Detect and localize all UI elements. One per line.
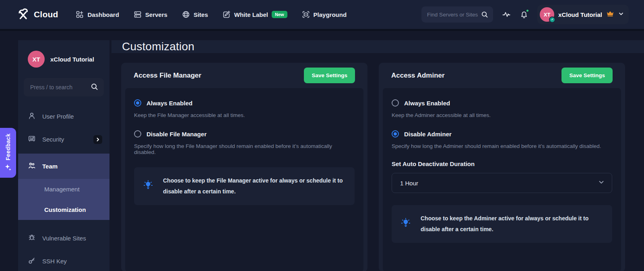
- servers-icon: [134, 10, 142, 18]
- user-avatar: XT ✓: [540, 7, 554, 22]
- radio-label: Always Enabled: [404, 100, 450, 107]
- sidebar-item-customization[interactable]: Customization: [18, 199, 109, 220]
- nav-item-label: Sites: [194, 11, 208, 18]
- sidebar-item-management[interactable]: Management: [18, 179, 109, 199]
- notification-dot: [526, 9, 529, 12]
- team-icon: [28, 162, 36, 171]
- radio-label: Always Enabled: [147, 100, 192, 107]
- sidebar-search[interactable]: [24, 78, 104, 96]
- radio-disable-adminer[interactable]: Disable Adminer: [392, 130, 612, 138]
- cards-row: Access File Manager Save Settings Always…: [111, 53, 644, 271]
- access-adminer-card: Access Adminer Save Settings Always Enab…: [379, 63, 625, 271]
- sidebar-item-team[interactable]: Team: [18, 154, 109, 179]
- nav-item-label: Dashboard: [87, 11, 119, 18]
- nav-item-white-label[interactable]: White Label New: [223, 10, 287, 18]
- user-menu[interactable]: XT ✓ xCloud Tutorial: [537, 5, 629, 24]
- avatar-initials: XT: [544, 12, 551, 18]
- activity-pulse-icon[interactable]: [502, 10, 511, 19]
- radio-always-enabled[interactable]: Always Enabled: [134, 99, 355, 107]
- nav-item-label: White Label: [234, 11, 268, 18]
- chevron-down-icon: [618, 11, 624, 18]
- sparkle-icon: [4, 164, 12, 172]
- team-submenu: Management Customization: [18, 179, 109, 220]
- sidebar-item-label: Security: [42, 136, 87, 143]
- option-description: Keep the File Manager accessible at all …: [134, 112, 355, 118]
- top-navbar: Cloud Dashboard Servers: [0, 0, 644, 29]
- global-search[interactable]: [421, 6, 493, 23]
- duration-selected-value: 1 Hour: [400, 180, 418, 187]
- access-file-manager-card: Access File Manager Save Settings Always…: [121, 63, 367, 271]
- page-body: XT xCloud Tutorial User Profile: [0, 40, 644, 271]
- nav-item-sites[interactable]: Sites: [182, 10, 208, 18]
- page-title: Customization: [122, 40, 194, 53]
- main-content: Customization Access File Manager Save S…: [111, 40, 644, 271]
- nav-item-label: Servers: [145, 11, 167, 18]
- playground-icon: [302, 10, 310, 18]
- bug-icon: [28, 234, 36, 243]
- sidebar-item-label: Vulnerable Sites: [42, 235, 102, 242]
- new-badge: New: [272, 11, 287, 18]
- sidebar-item-label: Team: [42, 163, 102, 170]
- sidebar-item-label: User Profile: [42, 113, 102, 120]
- option-description: Keep the Adminer accessible at all times…: [392, 112, 612, 118]
- search-icon[interactable]: [91, 83, 98, 92]
- radio-icon[interactable]: [392, 99, 399, 107]
- radio-always-enabled[interactable]: Always Enabled: [392, 99, 612, 107]
- white-label-icon: [223, 10, 231, 18]
- tip-text: Choose to keep the File Manager active f…: [163, 175, 346, 197]
- tip-box: Choose to keep the File Manager active f…: [134, 167, 355, 205]
- security-safe-icon: [28, 135, 36, 144]
- sidebar-item-vulnerable-sites[interactable]: Vulnerable Sites: [18, 229, 109, 248]
- sidebar-avatar: XT: [28, 51, 45, 68]
- page-header: Customization: [111, 40, 644, 53]
- dashboard-icon: [76, 10, 84, 18]
- radio-label: Disable Adminer: [404, 131, 452, 138]
- tip-box: Choose to keep the Adminer active for al…: [392, 205, 612, 243]
- sidebar-item-label: SSH Key: [42, 258, 102, 265]
- expand-security-button[interactable]: [93, 135, 102, 144]
- radio-icon[interactable]: [134, 99, 141, 107]
- user-icon: [28, 112, 36, 121]
- radio-icon[interactable]: [134, 130, 141, 138]
- tip-text: Choose to keep the Adminer active for al…: [421, 213, 603, 235]
- radio-label: Disable File Manager: [147, 131, 206, 138]
- user-name: xCloud Tutorial: [558, 11, 602, 18]
- feedback-button[interactable]: Feedback: [0, 128, 16, 178]
- workspace-badge: ✓: [549, 16, 555, 23]
- brand[interactable]: Cloud: [16, 6, 58, 23]
- nav-item-dashboard[interactable]: Dashboard: [76, 10, 119, 18]
- save-settings-button[interactable]: Save Settings: [304, 68, 355, 83]
- card-panel: Always Enabled Keep the Adminer accessib…: [383, 88, 621, 271]
- sidebar-profile-name: xCloud Tutorial: [50, 56, 94, 63]
- search-icon[interactable]: [481, 11, 488, 18]
- chevron-down-icon: [598, 179, 605, 187]
- bulb-icon: [400, 218, 411, 230]
- sidebar-profile: XT xCloud Tutorial: [18, 40, 109, 68]
- sidebar-nav: User Profile Security: [18, 103, 109, 271]
- crown-icon: [606, 10, 614, 19]
- settings-sidebar: XT xCloud Tutorial User Profile: [18, 40, 109, 271]
- save-settings-button[interactable]: Save Settings: [561, 68, 613, 83]
- notifications-bell-icon[interactable]: [520, 10, 528, 19]
- globe-icon: [182, 10, 190, 18]
- navbar-right: XT ✓ xCloud Tutorial: [421, 5, 629, 24]
- option-description: Specify how long the Adminer should rema…: [392, 143, 612, 149]
- radio-disable-file-manager[interactable]: Disable File Manager: [134, 130, 355, 138]
- nav-item-playground[interactable]: Playground: [302, 10, 347, 18]
- sidebar-item-security[interactable]: Security: [18, 130, 109, 149]
- radio-icon[interactable]: [392, 130, 399, 138]
- primary-nav: Dashboard Servers Sites: [76, 10, 421, 18]
- nav-item-servers[interactable]: Servers: [134, 10, 167, 18]
- feedback-label: Feedback: [5, 133, 11, 160]
- sidebar-item-ssh-key[interactable]: SSH Key: [18, 252, 109, 271]
- card-panel: Always Enabled Keep the File Manager acc…: [125, 88, 363, 271]
- sidebar-search-input[interactable]: [30, 84, 91, 90]
- sidebar-item-user-profile[interactable]: User Profile: [18, 107, 109, 126]
- xcloud-logo-icon: [16, 6, 31, 23]
- key-icon: [28, 257, 36, 266]
- duration-label: Set Auto Deactivate Duration: [392, 160, 612, 167]
- card-title: Access File Manager: [134, 72, 201, 80]
- duration-select[interactable]: 1 Hour: [392, 173, 612, 193]
- global-search-input[interactable]: [427, 12, 481, 18]
- card-header: Access Adminer Save Settings: [379, 63, 625, 88]
